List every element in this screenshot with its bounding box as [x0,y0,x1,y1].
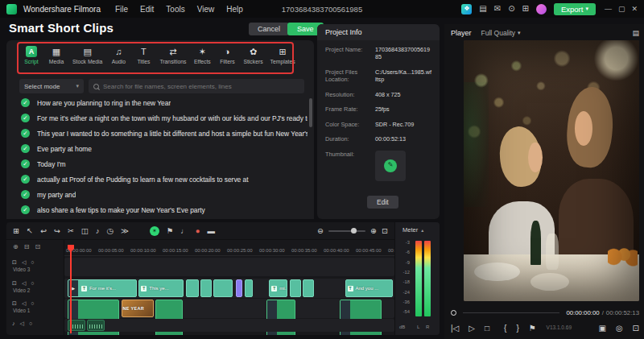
seek-handle[interactable] [451,310,456,316]
panel-toggle-icon[interactable]: ▤ [632,29,639,37]
media-tab-script[interactable]: AScript [20,44,43,66]
media-tab-filters[interactable]: ◑Filters [216,44,238,66]
quality-dropdown[interactable]: Full Quality [481,29,521,37]
track-options-icon[interactable]: ⊡ [12,300,17,306]
timeline-clip[interactable]: TAnd you ... [345,279,393,297]
voiceover-icon[interactable]: ♩ [180,227,188,235]
media-tab-transitions[interactable]: ⇄Transitions [157,44,188,66]
speed-icon[interactable]: ◷ [107,227,114,235]
media-tab-stock-media[interactable]: ▤Stock Media [70,44,105,66]
notifications-icon[interactable]: ⊙ [508,5,514,13]
cancel-button[interactable]: Cancel [249,23,289,35]
script-line[interactable]: ✓How are you planning to ring in the new… [6,95,308,110]
timeline-clip[interactable]: TThis ye... [138,279,183,297]
track-visibility-icon[interactable]: ○ [31,259,34,265]
display-icon[interactable]: ▣ [598,325,605,333]
script-line[interactable]: ✓Today I'm [6,156,308,172]
track-tool-icon-2[interactable]: ⊡ [35,244,40,250]
script-scrollbar[interactable] [309,98,312,214]
track-visibility-icon[interactable]: ○ [29,320,32,326]
track-options-icon[interactable]: ♪ [12,320,15,326]
track-tool-icon-1[interactable]: ⊟ [24,244,30,250]
select-mode-dropdown[interactable]: Select mode [19,79,84,93]
timeline-clip[interactable]: ▶TFor me it's... [68,279,137,297]
timeline-clip[interactable] [236,279,242,297]
script-line[interactable]: ✓actually at Proof of the Pudding to lea… [6,172,308,187]
track-options-icon[interactable]: ⊡ [12,259,17,265]
split-icon[interactable]: ✂ [68,227,74,235]
track-lane-audio[interactable] [64,319,394,332]
upgrade-icon[interactable]: ❖ [461,4,472,14]
mark-out-icon[interactable]: } [516,325,518,333]
scrollbar-thumb[interactable] [309,98,312,127]
menu-edit[interactable]: Edit [140,5,154,14]
track-lane-video2[interactable]: ▶TFor me it's...TThis ye...Tmi...TAnd yo… [64,279,394,298]
timeline-clip[interactable]: NE YEAR [122,300,154,317]
select-tool-icon[interactable]: ↖ [27,227,33,235]
zoom-out-icon[interactable]: ⊖ [317,227,324,235]
script-line[interactable]: ✓my party and [6,187,308,202]
stop-icon[interactable]: □ [485,325,489,333]
track-lane-video1[interactable]: ▶New Yea...NE YEAR▶Ne...▶New Year... [64,299,394,318]
record-icon[interactable]: ● [196,227,200,235]
timeline-tracks-area[interactable]: 00:00:00:0000:00:05:0000:00:10:0000:00:1… [64,240,394,335]
snapshot-icon[interactable]: ◎ [616,325,623,333]
marker-icon[interactable]: ⚑ [167,227,174,235]
close-icon[interactable]: ✕ [631,6,638,13]
track-lane-video3[interactable] [64,258,394,276]
media-tab-media[interactable]: ▦Media [45,44,68,66]
zoom-slider-thumb[interactable] [351,228,357,234]
search-box[interactable] [89,79,304,93]
track-tool-icon-0[interactable]: ⊕ [13,244,19,250]
screen-record-icon[interactable]: ▬ [208,227,216,235]
seek-bar[interactable]: 00:00:00:00 / 00:00:52:13 [451,308,639,317]
message-icon[interactable]: ✉ [494,5,501,13]
menu-view[interactable]: View [197,5,215,14]
mark-in-icon[interactable]: { [504,325,506,333]
search-input[interactable] [103,83,299,90]
media-tab-templates[interactable]: ⊞Templates [268,44,298,66]
media-tab-audio[interactable]: ♫Audio [107,44,130,66]
ai-tool-icon[interactable]: ✶ [150,226,159,236]
edit-thumbnail-icon[interactable]: ✎ [384,159,397,172]
previous-frame-icon[interactable]: |◁ [451,325,459,333]
edit-button[interactable]: Edit [367,196,398,209]
marker-flag-icon[interactable]: ⚑ [529,325,536,333]
track-mute-icon[interactable]: ◁ [22,300,26,306]
script-line[interactable]: ✓also share a few tips to make your New … [6,202,308,217]
tab-project-info[interactable]: Project Info [317,24,440,40]
layout-icon[interactable]: ▤ [479,5,486,13]
track-mute-icon[interactable]: ◁ [22,259,26,265]
timeline-clip[interactable]: Tmi... [269,279,287,297]
fit-timeline-icon[interactable]: ⊡ [382,227,388,235]
track-mute-icon[interactable]: ◁ [22,280,26,286]
playhead[interactable] [70,245,72,333]
fullscreen-icon[interactable]: ⊡ [633,325,639,333]
track-visibility-icon[interactable]: ○ [31,300,34,306]
seek-track[interactable] [463,312,559,313]
audio-tool-icon[interactable]: ♪ [96,227,100,235]
timeline-clip[interactable] [200,279,212,297]
timeline-clip[interactable] [213,279,233,297]
maximize-icon[interactable]: ▢ [618,6,625,13]
meter-collapse-icon[interactable]: ▴ [421,227,423,233]
timeline-clip[interactable] [303,279,314,297]
script-line[interactable]: ✓Eve party at home [6,141,308,156]
media-browser-icon[interactable]: ⊞ [13,227,19,235]
track-mute-icon[interactable]: ◁ [20,320,24,326]
minimize-icon[interactable]: — [605,6,612,13]
crop-icon[interactable]: ◫ [81,227,89,235]
menu-file[interactable]: File [115,5,128,14]
media-tab-titles[interactable]: TTitles [132,44,155,66]
video-preview[interactable] [464,40,639,301]
apps-icon[interactable]: ⊞ [522,5,529,13]
export-button[interactable]: Export [554,3,596,15]
more-tools-icon[interactable]: ≫ [121,227,129,235]
zoom-in-icon[interactable]: ⊕ [370,227,377,235]
user-avatar[interactable] [536,4,547,14]
thumbnail-box[interactable]: ✎ [375,151,406,181]
track-options-icon[interactable]: ⊡ [12,280,17,286]
timeline-clip[interactable] [186,279,199,297]
menu-tools[interactable]: Tools [166,5,184,14]
track-visibility-icon[interactable]: ○ [31,280,34,286]
